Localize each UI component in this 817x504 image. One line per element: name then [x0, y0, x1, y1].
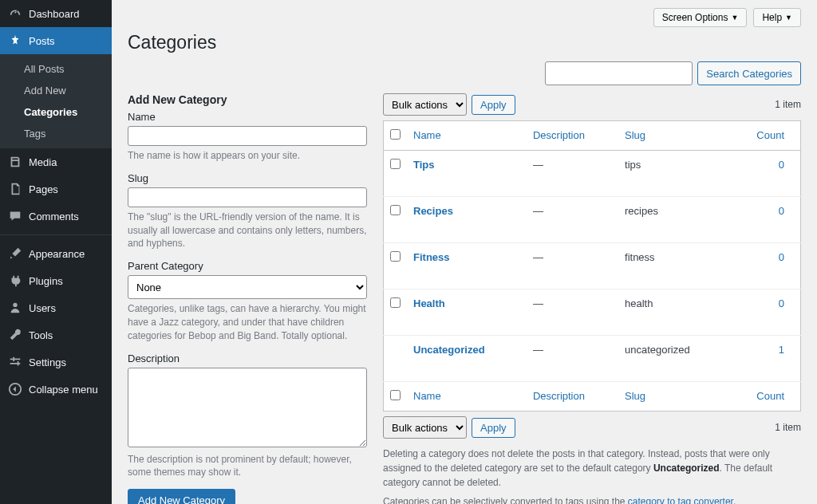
submenu-posts: All Posts Add New Categories Tags	[0, 54, 112, 148]
row-name-link[interactable]: Fitness	[413, 251, 450, 263]
screen-meta-links: Screen Options▼ Help▼	[128, 8, 801, 27]
menu-label: Media	[29, 156, 57, 168]
table-row: Uncategorized—uncategorized1	[384, 336, 801, 382]
description-textarea[interactable]	[128, 368, 367, 447]
row-name-link[interactable]: Recipes	[413, 205, 453, 217]
column-description[interactable]: Description	[533, 129, 585, 141]
brush-icon	[8, 246, 22, 261]
column-name[interactable]: Name	[413, 129, 441, 141]
note-text: .	[733, 496, 736, 504]
pin-icon	[8, 33, 22, 48]
row-checkbox[interactable]	[390, 159, 401, 169]
menu-users[interactable]: Users	[0, 294, 112, 321]
help-button[interactable]: Help▼	[753, 8, 801, 27]
slug-input[interactable]	[128, 187, 367, 207]
menu-plugins[interactable]: Plugins	[0, 267, 112, 294]
item-count-top: 1 item	[775, 99, 801, 110]
description-description: The description is not prominent by defa…	[128, 453, 367, 480]
categories-list: Bulk actions Apply 1 item Name Descripti…	[383, 93, 801, 504]
menu-label: Tools	[29, 329, 53, 341]
description-label: Description	[128, 352, 367, 364]
menu-label: Users	[29, 302, 56, 314]
name-input[interactable]	[128, 126, 367, 146]
table-row: Tips—tips0	[384, 151, 801, 197]
menu-tools[interactable]: Tools	[0, 321, 112, 348]
menu-appearance[interactable]: Appearance	[0, 240, 112, 267]
submenu-all-posts[interactable]: All Posts	[0, 58, 112, 80]
submenu-add-new[interactable]: Add New	[0, 80, 112, 101]
apply-button-top[interactable]: Apply	[472, 95, 515, 115]
caret-down-icon: ▼	[731, 14, 738, 22]
row-description: —	[527, 243, 618, 289]
bulk-action-select-bottom[interactable]: Bulk actions	[383, 416, 467, 439]
admin-sidebar: Dashboard Posts All Posts Add New Catego…	[0, 0, 112, 504]
row-count-link[interactable]: 0	[779, 205, 784, 217]
tablenav-bottom: Bulk actions Apply 1 item	[383, 416, 801, 439]
name-description: The name is how it appears on your site.	[128, 149, 367, 163]
bulk-action-select-top[interactable]: Bulk actions	[383, 93, 467, 116]
menu-separator	[0, 234, 112, 235]
slug-description: The "slug" is the URL-friendly version o…	[128, 211, 367, 250]
parent-description: Categories, unlike tags, can have a hier…	[128, 302, 367, 342]
tablenav-top: Bulk actions Apply 1 item	[383, 93, 801, 116]
table-row: Recipes—recipes0	[384, 197, 801, 243]
search-input[interactable]	[545, 61, 693, 85]
apply-button-bottom[interactable]: Apply	[472, 418, 515, 438]
column-slug[interactable]: Slug	[625, 129, 645, 141]
row-count-link[interactable]: 0	[779, 159, 784, 171]
collapse-icon	[8, 382, 22, 396]
row-description: —	[527, 336, 618, 382]
menu-label: Posts	[29, 35, 55, 47]
content-area: Screen Options▼ Help▼ Categories Search …	[112, 0, 817, 504]
menu-collapse[interactable]: Collapse menu	[0, 376, 112, 403]
parent-select[interactable]: None	[128, 275, 367, 299]
sliders-icon	[8, 355, 22, 369]
select-all-top[interactable]	[390, 129, 401, 140]
menu-label: Settings	[29, 356, 66, 368]
row-checkbox[interactable]	[390, 205, 401, 215]
search-categories-button[interactable]: Search Categories	[697, 61, 801, 85]
row-checkbox[interactable]	[390, 251, 401, 262]
column-count[interactable]: Count	[756, 390, 784, 402]
menu-label: Appearance	[29, 248, 85, 260]
svg-point-0	[13, 303, 17, 307]
help-label: Help	[762, 12, 782, 23]
row-slug: fitness	[618, 243, 729, 289]
column-description[interactable]: Description	[533, 390, 585, 402]
add-category-form: Add New Category Name The name is how it…	[128, 93, 367, 504]
parent-label: Parent Category	[128, 260, 367, 272]
submenu-categories[interactable]: Categories	[0, 101, 112, 123]
menu-media[interactable]: Media	[0, 148, 112, 175]
note-default-cat: Uncategorized	[653, 463, 720, 474]
menu-label: Dashboard	[29, 8, 80, 20]
category-tag-converter-link[interactable]: category to tag converter	[628, 496, 733, 504]
field-slug: Slug The "slug" is the URL-friendly vers…	[128, 172, 367, 250]
row-count-link[interactable]: 1	[779, 344, 784, 356]
column-slug[interactable]: Slug	[625, 390, 645, 402]
screen-options-button[interactable]: Screen Options▼	[653, 8, 748, 27]
menu-dashboard[interactable]: Dashboard	[0, 0, 112, 27]
menu-settings[interactable]: Settings	[0, 348, 112, 376]
footer-notes: Deleting a category does not delete the …	[383, 447, 801, 504]
menu-pages[interactable]: Pages	[0, 175, 112, 203]
submenu-tags[interactable]: Tags	[0, 123, 112, 144]
select-all-bottom[interactable]	[390, 390, 401, 400]
row-checkbox[interactable]	[390, 297, 401, 308]
menu-comments[interactable]: Comments	[0, 203, 112, 230]
menu-label: Comments	[29, 211, 79, 222]
table-row: Health—health0	[384, 289, 801, 336]
row-name-link[interactable]: Uncategorized	[413, 344, 485, 356]
page-title: Categories	[128, 32, 801, 53]
row-description: —	[527, 289, 618, 336]
menu-posts[interactable]: Posts	[0, 27, 112, 54]
row-count-link[interactable]: 0	[779, 251, 784, 263]
row-name-link[interactable]: Tips	[413, 159, 435, 171]
row-name-link[interactable]: Health	[413, 297, 445, 309]
column-name[interactable]: Name	[413, 390, 441, 402]
column-count[interactable]: Count	[756, 129, 784, 141]
row-count-link[interactable]: 0	[779, 297, 784, 309]
row-slug: uncategorized	[618, 336, 729, 382]
field-parent: Parent Category None Categories, unlike …	[128, 260, 367, 342]
row-slug: recipes	[618, 197, 729, 243]
add-new-category-button[interactable]: Add New Category	[128, 489, 235, 504]
